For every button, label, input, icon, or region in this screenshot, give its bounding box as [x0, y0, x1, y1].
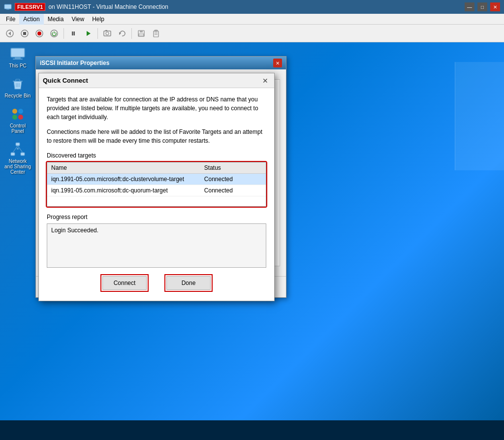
power-icon: [50, 29, 59, 38]
qc-buttons-row: Connect Done: [47, 276, 266, 294]
vm-desktop-icon-network-label: Network and Sharing Center: [4, 158, 32, 175]
done-button[interactable]: Done: [166, 276, 211, 290]
svg-point-7: [37, 31, 41, 35]
taskbar: [0, 420, 504, 440]
menu-file[interactable]: File: [2, 14, 19, 25]
network-icon: [10, 142, 26, 157]
svg-rect-14: [105, 30, 107, 31]
iscsi-close-button[interactable]: ✕: [273, 59, 282, 67]
vm-decoration: [455, 62, 504, 170]
vm-desktop-icon-network[interactable]: Network and Sharing Center: [4, 142, 32, 175]
svg-rect-25: [13, 59, 23, 60]
qc-description-2: Connections made here will be added to t…: [47, 127, 266, 145]
menu-action[interactable]: Action: [19, 14, 43, 25]
table-row[interactable]: iqn.1991-05.com.microsoft:dc-clustervolu…: [47, 174, 266, 185]
vm-minimize-button[interactable]: —: [465, 2, 474, 11]
toolbar-power-button[interactable]: [47, 27, 61, 40]
iscsi-title-text: iSCSI Initiator Properties: [40, 60, 271, 66]
thispc-icon: [10, 46, 26, 62]
target-name-1: iqn.1991-05.com.microsoft:dc-clustervolu…: [47, 174, 200, 185]
progress-report-section: Progress report Login Succeeded.: [47, 214, 266, 269]
discovered-targets-table: Name Status iqn.1991-05.com.microsoft:dc…: [47, 162, 266, 206]
svg-point-32: [18, 109, 23, 114]
toolbar-separator-3: [131, 28, 132, 39]
svg-point-31: [12, 109, 17, 114]
svg-rect-20: [155, 30, 158, 31]
vm-active-name: FILESRV1: [15, 3, 45, 11]
connect-button[interactable]: Connect: [102, 276, 147, 290]
pause-icon: [69, 29, 78, 38]
vm-title-text: on WIN11HOST - Virtual Machine Connectio…: [48, 3, 462, 10]
svg-marker-3: [8, 31, 11, 35]
svg-point-13: [106, 32, 109, 35]
iscsi-titlebar: iSCSI Initiator Properties ✕: [36, 57, 286, 69]
qc-description-1: Targets that are available for connectio…: [47, 95, 266, 122]
vm-desktop-icon-thispc[interactable]: This PC: [4, 46, 32, 68]
target-name-2: iqn.1991-05.com.microsoft:dc-quorum-targ…: [47, 185, 200, 196]
svg-rect-17: [140, 31, 143, 32]
svg-rect-0: [4, 4, 11, 9]
vm-close-button[interactable]: ✕: [490, 2, 500, 11]
target-status-1: Connected: [200, 174, 266, 185]
vm-desktop-icon-recyclebin[interactable]: Recycle Bin: [4, 76, 32, 98]
toolbar-revert-button[interactable]: [115, 27, 129, 40]
vm-desktop-icon-controlpanel[interactable]: Control Panel: [4, 106, 32, 134]
toolbar-back-button[interactable]: [3, 27, 17, 40]
table-row[interactable]: iqn.1991-05.com.microsoft:dc-quorum-targ…: [47, 185, 266, 196]
save-icon: [137, 29, 146, 38]
progress-report-label: Progress report: [47, 214, 266, 220]
discovered-targets-table-wrapper: Name Status iqn.1991-05.com.microsoft:dc…: [47, 162, 266, 207]
toolbar-play-button[interactable]: [81, 27, 95, 40]
recyclebin-icon: [10, 76, 26, 92]
svg-rect-10: [74, 31, 75, 35]
vm-desktop-icon-recyclebin-label: Recycle Bin: [5, 93, 31, 98]
toolbar-snapshot-button[interactable]: [100, 27, 114, 40]
menu-help[interactable]: Help: [88, 14, 108, 25]
svg-rect-5: [23, 32, 26, 35]
play-icon: [84, 29, 93, 38]
toolbar-pause-button[interactable]: [66, 27, 80, 40]
target-status-2: Connected: [200, 185, 266, 196]
svg-rect-23: [11, 48, 25, 57]
qc-body: Targets that are available for connectio…: [39, 88, 274, 301]
qc-close-button[interactable]: ✕: [260, 76, 270, 86]
vm-desktop-icons: This PC Recycle Bin: [4, 46, 32, 175]
vm-maximize-button[interactable]: □: [477, 2, 487, 11]
toolbar-record-button[interactable]: [32, 27, 46, 40]
discovered-targets-label: Discovered targets: [47, 152, 266, 159]
toolbar-save-button[interactable]: [134, 27, 148, 40]
table-row-empty: [47, 196, 266, 206]
quick-connect-dialog: Quick Connect ✕ Targets that are availab…: [38, 73, 275, 301]
svg-rect-9: [72, 31, 73, 35]
qc-title-text: Quick Connect: [43, 77, 260, 84]
targets-table-header-name: Name: [47, 162, 200, 174]
vm-icon: [4, 3, 12, 11]
vm-window: FILESRV1 on WIN11HOST - Virtual Machine …: [0, 0, 504, 420]
vm-titlebar: FILESRV1 on WIN11HOST - Virtual Machine …: [0, 0, 504, 14]
svg-rect-18: [139, 34, 144, 36]
svg-rect-24: [15, 57, 21, 59]
revert-icon: [118, 29, 126, 38]
svg-rect-35: [16, 143, 20, 146]
targets-table-header-status: Status: [200, 162, 266, 174]
svg-rect-19: [154, 31, 158, 37]
vm-desktop-icon-controlpanel-label: Control Panel: [4, 123, 32, 134]
record-icon: [35, 29, 44, 38]
menu-view[interactable]: View: [67, 14, 88, 25]
menu-media[interactable]: Media: [44, 14, 68, 25]
toolbar-clipboard-button[interactable]: [149, 27, 163, 40]
qc-titlebar: Quick Connect ✕: [39, 73, 274, 88]
svg-point-33: [12, 115, 17, 120]
snapshot-icon: [103, 29, 112, 38]
controlpanel-icon: [10, 106, 26, 122]
vm-content: This PC Recycle Bin: [0, 42, 504, 420]
svg-point-40: [17, 148, 19, 150]
progress-report-textarea[interactable]: Login Succeeded.: [47, 223, 266, 268]
svg-rect-1: [6, 9, 9, 10]
stop-icon: [20, 29, 29, 38]
svg-marker-11: [87, 31, 91, 36]
toolbar-stop-button[interactable]: [18, 27, 32, 40]
clipboard-icon: [152, 29, 160, 38]
vm-menubar: File Action Media View Help: [0, 14, 504, 25]
back-icon: [5, 29, 14, 38]
